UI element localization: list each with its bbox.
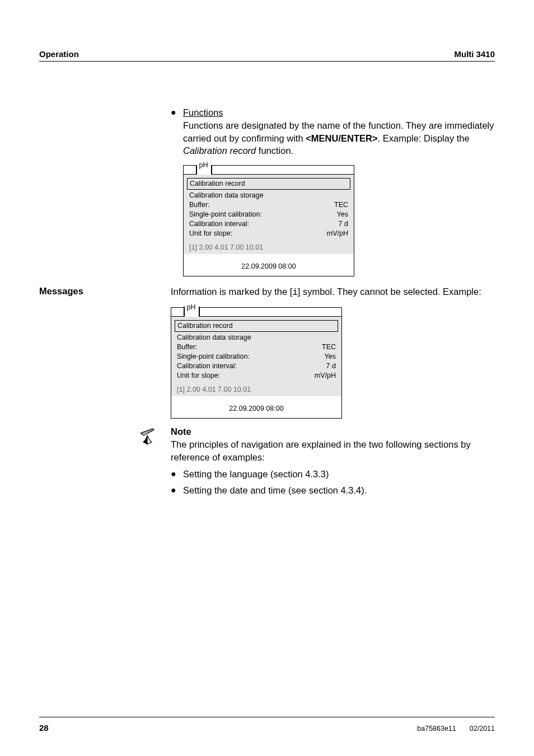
screen-row-l: Calibration interval: — [177, 361, 237, 371]
bullet-icon: ● — [171, 468, 183, 481]
screen-row-r: 7 d — [326, 361, 336, 371]
messages-body: Information is marked by the [i] symbol.… — [171, 285, 495, 500]
functions-text-3: function. — [256, 145, 293, 156]
bullet-icon: ● — [171, 484, 183, 497]
note-text: The principles of navigation are explain… — [171, 439, 471, 462]
header-right: Multi 3410 — [454, 49, 495, 59]
screen-info-line: [i] 2.00 4.01 7.00 10.01 — [175, 381, 338, 396]
screen-row-r: TEC — [322, 342, 336, 352]
screen-tab-label: pH — [197, 161, 212, 175]
screen-selected-item: Calibration record — [187, 178, 350, 190]
note-icon — [137, 425, 166, 463]
functions-text-2: . Example: Display the — [378, 133, 470, 143]
screen-row-l: Calibration interval: — [189, 219, 249, 229]
screen-info-line: [i] 2.00 4.01 7.00 10.01 — [187, 238, 350, 254]
functions-heading: Functions — [183, 107, 223, 118]
page-footer: 28 ba75863e11 02/2011 — [39, 717, 495, 732]
screen-row-l: Buffer: — [189, 200, 210, 210]
messages-label: Messages — [39, 285, 171, 297]
screen-row-r: Yes — [337, 210, 348, 219]
screen-row-r: 7 d — [339, 219, 348, 229]
screen-row-r: Yes — [325, 352, 336, 361]
screen-tab-label: pH — [185, 303, 199, 317]
screen-row-l: Single-point calibration: — [189, 210, 262, 219]
bullet-item: Setting the language (section 4.3.3) — [183, 468, 329, 481]
screen-row-r: mV/pH — [315, 371, 336, 381]
header-left: Operation — [39, 49, 79, 59]
calibration-record-italic: Calibration record — [183, 145, 256, 156]
messages-text-1: Information is marked by the [ — [171, 287, 292, 297]
page-number: 28 — [39, 723, 49, 732]
screen-row-l: Calibration data storage — [189, 191, 264, 200]
screen-row-r: TEC — [334, 200, 348, 210]
note-block: Note The principles of navigation are ex… — [171, 425, 495, 463]
page-header: Operation Multi 3410 — [39, 49, 495, 62]
footer-date: 02/2011 — [470, 725, 495, 732]
device-screen-1: pH Calibration record Calibration data s… — [183, 165, 354, 276]
bullet-item: Setting the date and time (see section 4… — [183, 484, 367, 497]
screen-selected-item: Calibration record — [175, 320, 338, 332]
screen-row-l: Unit for slope: — [189, 229, 232, 238]
screen-row-l: Single-point calibration: — [177, 352, 250, 361]
note-heading: Note — [171, 426, 191, 436]
device-screen-2: pH Calibration record Calibration data s… — [171, 307, 342, 419]
screen-row-l: Buffer: — [177, 342, 198, 352]
screen-row-r: mV/pH — [327, 229, 348, 238]
screen-row-l: Calibration data storage — [177, 333, 251, 342]
screen-timestamp: 22.09.2009 08:00 — [184, 254, 354, 276]
messages-text-2: ] symbol. They cannot be selected. Examp… — [298, 287, 481, 297]
screen-timestamp: 22.09.2009 08:00 — [171, 396, 341, 418]
info-symbol: i — [292, 287, 297, 298]
functions-block: Functions Functions are designated by th… — [183, 106, 495, 283]
footer-doc-id: ba75863e11 — [417, 725, 456, 732]
screen-row-l: Unit for slope: — [177, 371, 220, 381]
bullet-icon: ● — [171, 106, 183, 283]
menu-enter-key: <MENU/ENTER> — [306, 133, 377, 143]
